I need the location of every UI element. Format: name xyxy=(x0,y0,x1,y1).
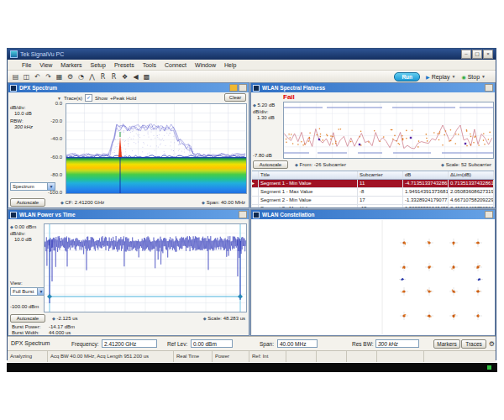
flatness-scale-readout[interactable]: ◆ Scale: 52 Subcarrier xyxy=(441,162,491,167)
db-div-label: dB/div: xyxy=(10,105,25,110)
dpx-y-tick: -40.0 xyxy=(50,136,62,141)
pvt-menu-button[interactable] xyxy=(239,211,247,218)
collapse-icon[interactable]: ▼ xyxy=(57,96,61,101)
dpx-titlebar[interactable]: DPX Spectrum xyxy=(8,83,249,92)
dpx-view-value: Spectrum xyxy=(13,184,34,189)
flatness-table-row[interactable]: Segment 2 - Max Value-191.50983536243439… xyxy=(252,205,494,208)
menu-presets[interactable]: Presets xyxy=(110,62,139,68)
table-column-header: Title xyxy=(259,171,358,179)
status-cell: Power xyxy=(213,351,249,362)
res-bw-input[interactable]: 300 kHz xyxy=(375,339,419,348)
window-titlebar[interactable]: Tek SignalVu PC – ▢ × xyxy=(8,49,496,60)
presets-icon[interactable]: ▩ xyxy=(142,72,151,81)
markers-button[interactable]: Markers xyxy=(433,339,460,349)
workspace: DPX Spectrum ▼ Trace(s) ✓ Show +Peak Hol… xyxy=(8,82,496,336)
menu-help[interactable]: Help xyxy=(220,62,240,68)
settings-icon[interactable]: ⚙ xyxy=(66,72,75,81)
table-cell: -1.33289241790771 xyxy=(403,197,449,204)
constellation-menu-button[interactable] xyxy=(485,211,493,218)
marker-peak-icon[interactable]: R xyxy=(98,72,108,81)
flatness-titlebar[interactable]: WLAN Spectral Flatness xyxy=(251,83,495,92)
dpx-y-tick: -80.0 xyxy=(50,172,62,177)
pvt-title: WLAN Power vs Time xyxy=(19,212,76,218)
table-cell: 4.66710758209229 xyxy=(449,197,494,204)
dpx-spectrum-plot[interactable] xyxy=(66,103,247,194)
close-icon[interactable]: × xyxy=(483,50,493,59)
marker-icon: ◆ xyxy=(60,200,64,205)
flatness-title: WLAN Spectral Flatness xyxy=(262,85,325,91)
maximize-icon[interactable]: ▢ xyxy=(472,50,482,59)
table-cell: 0.71351337432861 xyxy=(449,180,494,187)
marker-next-icon[interactable]: R xyxy=(109,72,118,81)
run-button[interactable]: Run xyxy=(394,72,420,81)
menu-tools[interactable]: Tools xyxy=(139,62,160,68)
redo-icon[interactable]: ↷ xyxy=(44,72,53,81)
peak-search-icon[interactable]: ⋀ xyxy=(87,72,97,81)
pvt-titlebar[interactable]: WLAN Power vs Time xyxy=(8,210,249,219)
table-cell: Segment 1 - Min Value xyxy=(259,180,358,187)
minimize-icon[interactable]: – xyxy=(461,50,471,59)
db-div-value: 10.0 dB xyxy=(14,237,32,242)
menu-setup[interactable]: Setup xyxy=(87,62,110,68)
row-selector xyxy=(252,197,259,204)
table-cell: Segment 1 - Max Value xyxy=(259,188,358,196)
dpx-view-select[interactable]: Spectrum ▼ xyxy=(10,182,55,191)
frequency-input[interactable]: 2.41200 GHz xyxy=(102,339,157,348)
constellation-plot[interactable] xyxy=(252,219,495,335)
status-cell: Real Time xyxy=(174,351,213,362)
ref-lev-input[interactable]: 0.00 dBm xyxy=(191,339,233,348)
marker-icon: ◆ xyxy=(441,162,444,167)
flatness-autoscale-button[interactable]: Autoscale xyxy=(253,160,288,169)
toolbar-icons: ▤◫↶↷▦⚙◔⋀RR❖◀▩ xyxy=(11,72,151,81)
pvt-x-scale-readout[interactable]: ◆ Scale: 48.283 us xyxy=(203,316,245,321)
span-input[interactable]: 40.00 MHz xyxy=(277,339,318,348)
pvt-view-select[interactable]: Full Burst ▼ xyxy=(10,287,45,296)
print-icon[interactable]: ▦ xyxy=(55,72,64,81)
taskbar[interactable] xyxy=(7,363,497,372)
status-bar: AnalyzingAcq BW 40.00 MHz, Acq Length 95… xyxy=(8,350,496,362)
traces-button[interactable]: Traces xyxy=(461,339,486,349)
table-cell: 11 xyxy=(358,180,403,187)
pvt-autoscale-button[interactable]: Autoscale xyxy=(10,314,45,323)
dpx-menu-button[interactable] xyxy=(239,84,247,92)
pvt-view-value: Full Burst xyxy=(13,289,34,294)
analysis-name: DPX Spectrum xyxy=(11,340,50,346)
ref-lev-label: Ref Lev: xyxy=(167,341,187,347)
touch-icon[interactable]: ❖ xyxy=(120,72,129,81)
menubar: FileViewMarkersSetupPresetsToolsConnectW… xyxy=(8,60,496,71)
audio-icon[interactable]: ◀ xyxy=(131,72,140,81)
row-selector xyxy=(252,205,259,208)
chevron-down-icon: ▼ xyxy=(481,74,486,79)
pvt-x-start-readout[interactable]: ◆ -2.125 us xyxy=(52,316,78,321)
flatness-from-readout[interactable]: ◆ From: -26 Subcarrier xyxy=(295,162,346,167)
gear-icon[interactable]: ⚙ xyxy=(489,340,495,348)
constellation-titlebar[interactable]: WLAN Constellation xyxy=(251,210,495,219)
replay-button[interactable]: ▶ Replay ▼ xyxy=(426,74,455,80)
menu-window[interactable]: Window xyxy=(191,62,220,68)
status-cell xyxy=(424,351,496,362)
flatness-table-row[interactable]: ▸Segment 1 - Min Value11-4.7135133743286… xyxy=(252,180,494,188)
dpx-pin-button[interactable] xyxy=(229,84,238,92)
dpx-cf-readout[interactable]: ◆ CF: 2.41200 GHz xyxy=(60,200,104,205)
menu-connect[interactable]: Connect xyxy=(160,62,191,68)
menu-markers[interactable]: Markers xyxy=(56,62,86,68)
menu-view[interactable]: View xyxy=(35,62,56,68)
stop-button[interactable]: ◉ Stop ▼ xyxy=(461,74,486,80)
menu-file[interactable]: File xyxy=(18,62,35,68)
clear-button[interactable]: Clear xyxy=(224,93,246,102)
undo-icon[interactable]: ↶ xyxy=(33,72,42,81)
acquisition-icon[interactable]: ◔ xyxy=(76,72,86,81)
status-cell xyxy=(377,351,424,362)
dpx-autoscale-button[interactable]: Autoscale xyxy=(10,198,45,207)
save-icon[interactable]: ◫ xyxy=(22,72,31,81)
flatness-table-row[interactable]: Segment 2 - Min Value17-1.33289241790771… xyxy=(252,197,494,205)
pvt-plot[interactable] xyxy=(44,223,247,312)
flatness-table-row[interactable]: Segment 1 - Max Value-81.949143913736812… xyxy=(252,188,494,197)
flatness-menu-button[interactable] xyxy=(485,84,493,92)
flatness-max-readout: ◆ 5.20 dB xyxy=(253,102,275,108)
flatness-plot[interactable] xyxy=(283,102,494,159)
dpx-controls: ▼ Trace(s) ✓ Show +Peak Hold xyxy=(8,92,249,103)
dpx-span-readout[interactable]: ◆ Span: 40.00 MHz xyxy=(202,200,245,205)
show-checkbox[interactable]: ✓ xyxy=(85,94,92,102)
open-icon[interactable]: ▤ xyxy=(11,72,20,81)
